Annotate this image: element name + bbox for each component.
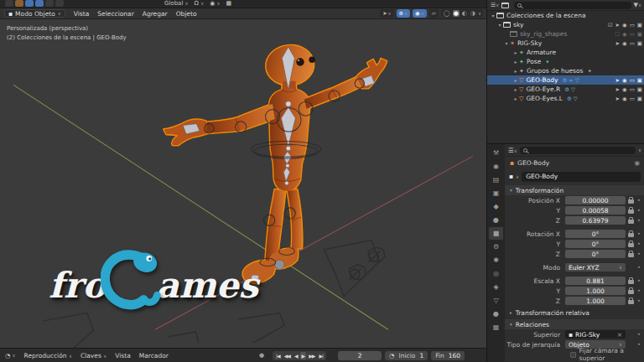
shading-rendered-icon[interactable]: ◑ [470, 10, 476, 17]
outliner-row-geo-eyes-l[interactable]: ▸ ▽ GEO-Eyes.L ⚙ ▽ ➤ ◉ ▭ ▣ [487, 94, 644, 103]
tab-world[interactable]: ● [489, 214, 503, 226]
tool-icon[interactable] [5, 0, 13, 7]
screen-icon[interactable]: ▭ [630, 40, 635, 47]
tab-modifiers[interactable]: ⚙ [489, 240, 503, 253]
lock-icon[interactable] [628, 199, 634, 204]
proportional-edit-icon[interactable]: ◉ ∨ [210, 0, 220, 7]
eye-icon[interactable]: ◉ [622, 31, 627, 38]
menu-vista[interactable]: Vista [74, 10, 90, 18]
camera-icon[interactable]: ▣ [637, 77, 642, 84]
outliner-row-grupos-huesos[interactable]: ▸ ✦ Grupos de huesos ✦ [487, 66, 644, 75]
play-button[interactable]: ▶ [300, 352, 307, 359]
tool-icon[interactable] [15, 0, 23, 7]
eye-icon[interactable]: ◉ [622, 22, 627, 28]
transform-orientation-dropdown[interactable]: Global ∨ [164, 0, 189, 7]
outliner-editor-dropdown[interactable]: ☰∨ [491, 2, 499, 8]
shading-wireframe-icon[interactable]: ◯ [443, 10, 451, 17]
lock-icon[interactable] [628, 220, 634, 224]
outliner-row-sky[interactable]: ▾ sky ☑ ➤ ◉ ▭ ▣ [487, 20, 644, 29]
properties-options-icon[interactable]: ∨ [638, 147, 641, 153]
position-y-field[interactable]: 0.00058 [565, 206, 626, 215]
tool-buttons[interactable] [5, 0, 64, 7]
mode-dropdown[interactable]: ▪ Modo Objeto ∨ [4, 9, 65, 18]
rotation-y-field[interactable]: 0° [565, 240, 626, 248]
tab-scene[interactable]: ◆ [489, 200, 503, 213]
timeline-editor-dropdown[interactable]: ◔∨ [5, 352, 16, 359]
eye-icon[interactable]: ◉ [622, 77, 627, 84]
pointer-icon[interactable]: ➤ [615, 96, 620, 102]
rotation-x-field[interactable]: 0° [565, 230, 626, 238]
filter-dropdown[interactable]: ▼∨ [634, 2, 641, 8]
lock-icon[interactable] [628, 290, 634, 294]
parent-object-field[interactable]: ▪ RIG-Sky × [565, 330, 626, 339]
tool-icon[interactable] [35, 0, 44, 7]
tool-icon[interactable] [55, 0, 64, 7]
pointer-icon[interactable]: ➤ [615, 40, 620, 47]
pointer-icon[interactable]: ➤ [615, 86, 620, 93]
lock-icon[interactable] [628, 300, 634, 304]
checkbox[interactable] [570, 352, 576, 358]
transform-section-header[interactable]: ▾ Transformación [505, 185, 644, 195]
screen-icon[interactable]: ▭ [630, 86, 635, 93]
lock-icon[interactable] [628, 280, 634, 284]
checkbox-icon[interactable]: ☑ [608, 22, 613, 28]
autokey-toggle[interactable]: ● [259, 352, 264, 359]
camera-icon[interactable]: ▣ [637, 96, 642, 102]
checkbox-icon[interactable]: ☐ [615, 31, 620, 38]
outliner-row-pose[interactable]: ▸ ✦ Pose ✦ [487, 57, 644, 66]
outliner-row-geo-body[interactable]: ▸ ▽ GEO-Body ⚙ ∞ ▽ ➤ ◉ ▭ ▣ [487, 75, 644, 85]
scale-x-field[interactable]: 0.881 [565, 277, 626, 285]
tab-particles[interactable]: ✱ [489, 254, 503, 266]
menu-marcador[interactable]: Marcador [139, 352, 169, 359]
properties-search-input[interactable] [520, 147, 636, 154]
tab-constraints[interactable]: ◈ [489, 281, 503, 293]
grid-icon[interactable]: ▦ [226, 0, 232, 7]
object-type-icon[interactable]: ▪ [509, 173, 513, 180]
relative-transform-section-header[interactable]: ▸ Transformación relativa [505, 308, 644, 318]
lock-icon[interactable] [628, 253, 634, 257]
position-z-field[interactable]: 0.63979 [565, 216, 626, 225]
tab-object[interactable]: ■ [489, 227, 503, 240]
shading-material-icon[interactable]: ◐ [461, 10, 468, 17]
display-mode-icon[interactable] [501, 3, 509, 8]
scale-y-field[interactable]: 1.000 [565, 287, 626, 295]
lock-icon[interactable] [628, 233, 634, 237]
tool-icon[interactable] [45, 0, 54, 7]
eye-icon[interactable]: ◉ [622, 86, 627, 93]
camera-icon[interactable]: ▣ [637, 86, 642, 93]
rotation-mode-dropdown[interactable]: Euler XYZ ∨ [565, 263, 626, 272]
outliner-row-armature[interactable]: ▸ ✦ Armature [487, 48, 644, 57]
outliner-row-rig-sky[interactable]: ▾ ✶ RIG-Sky ➤ ◉ ▭ ▣ [487, 39, 644, 48]
menu-seleccionar[interactable]: Seleccionar [97, 10, 133, 18]
lock-icon[interactable] [628, 243, 634, 247]
menu-claves[interactable]: Claves ∨ [80, 352, 106, 359]
screen-icon[interactable]: ▭ [630, 31, 635, 38]
rotation-z-field[interactable]: 0° [565, 250, 626, 258]
tab-render[interactable]: ◉ [489, 160, 503, 173]
play-reverse-button[interactable]: ◀ [293, 352, 299, 359]
lock-icon[interactable] [628, 209, 634, 214]
menu-vista-timeline[interactable]: Vista [115, 352, 131, 359]
tool-icon-active[interactable] [25, 0, 34, 7]
tab-material[interactable]: ● [489, 308, 503, 320]
xray-toggle[interactable]: ▱ [429, 9, 439, 18]
outliner-search-input[interactable] [514, 2, 631, 9]
camera-icon[interactable]: ▣ [637, 22, 642, 28]
tab-tool[interactable]: ⚒ [489, 147, 503, 159]
outliner-row-geo-eye-r[interactable]: ▸ ▽ GEO-Eye.R ⚙ ▽ ➤ ◉ ▭ ▣ [487, 85, 644, 94]
eye-icon[interactable]: ◉ [622, 40, 627, 47]
scale-z-field[interactable]: 1.000 [565, 297, 626, 305]
object-name-field[interactable]: GEO-Body [522, 172, 641, 182]
frame-end-field[interactable]: Fin160 [431, 351, 465, 360]
screen-icon[interactable]: ▭ [630, 96, 635, 102]
jump-end-button[interactable]: ▶| [317, 352, 325, 359]
tab-texture[interactable]: ▦ [489, 321, 503, 334]
position-x-field[interactable]: 0.00000 [565, 196, 626, 204]
tab-object-data[interactable]: ▽ [489, 294, 503, 307]
screen-icon[interactable]: ▭ [630, 77, 635, 84]
pin-icon[interactable]: ◉ [634, 159, 640, 167]
overlays-toggle[interactable]: ◉∨ [413, 9, 427, 18]
tab-physics[interactable]: ◎ [489, 267, 503, 280]
camera-icon[interactable]: ▣ [637, 31, 642, 38]
menu-agregar[interactable]: Agregar [143, 10, 168, 18]
